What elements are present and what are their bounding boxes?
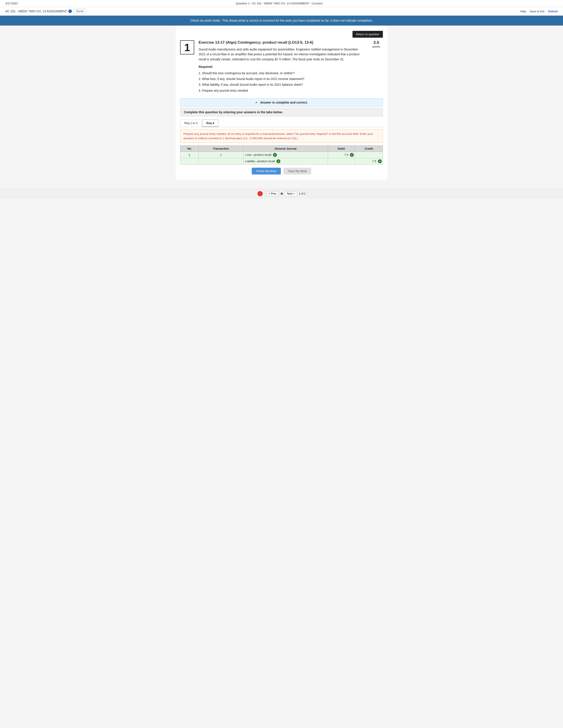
- submit-link[interactable]: Submit: [548, 10, 558, 13]
- save-exit-link[interactable]: Save & Exit: [530, 10, 544, 13]
- row2-transaction: [198, 158, 243, 165]
- prev-button[interactable]: < Prev: [266, 191, 279, 196]
- body-paragraph: Sound Audio manufactures and sells audio…: [198, 47, 365, 62]
- question-body-area: Exercise 13-17 (Algo) Contingency; produ…: [198, 40, 365, 94]
- help-link[interactable]: Help: [520, 10, 526, 13]
- req-2: 2. What loss, if any, should Sound Audio…: [198, 76, 365, 81]
- col-debit: Debit: [328, 146, 355, 152]
- tabs-row: Req 1 to 3 Req 4: [180, 119, 383, 127]
- required-label: Required:: [198, 64, 365, 69]
- req-1: 1. Should this loss contingency be accru…: [198, 71, 365, 76]
- complete-instruction-text: Complete this question by entering your …: [184, 110, 283, 114]
- row2-credit[interactable]: 7.5 ✔: [355, 158, 383, 165]
- page-count: 1 of 1: [299, 192, 306, 195]
- table-row: Liability—product recall ✔ 7.5 ✔: [180, 158, 383, 165]
- check-my-work-button[interactable]: Check My Work: [252, 168, 281, 175]
- header-actions: Help Save & Exit Submit: [520, 10, 558, 13]
- footer-bar: < Prev Next > 1 of 1: [0, 189, 563, 199]
- points-value: 2.5: [370, 40, 383, 45]
- req-4: 4. Prepare any journal entry needed.: [198, 88, 365, 93]
- row1-debit-check-icon: ✔: [350, 153, 354, 157]
- row2-account-check-icon: ✔: [276, 159, 280, 163]
- answer-status-text: Answer is complete and correct.: [260, 101, 308, 104]
- clear-my-work-button[interactable]: Clear My Work: [284, 168, 311, 175]
- question-body: Sound Audio manufactures and sells audio…: [198, 47, 365, 93]
- page-dot-active: [280, 193, 283, 195]
- browser-date: 3/17/2021: [5, 2, 18, 5]
- required-section: Required: 1. Should this loss contingenc…: [198, 64, 365, 93]
- notice-text: Check my work mode : This shows what is …: [190, 19, 373, 22]
- instruction-note-text: Prepare any journal entry needed. (If no…: [183, 132, 373, 140]
- page-indicator: [280, 193, 283, 195]
- tab-req-4[interactable]: Req 4: [202, 119, 218, 127]
- instruction-note: Prepare any journal entry needed. (If no…: [180, 129, 383, 143]
- row1-account-check-icon: ✔: [273, 153, 277, 157]
- footer-dot-icon: [257, 191, 263, 196]
- return-to-question-button[interactable]: Return to question: [353, 31, 383, 38]
- row1-no: 1: [180, 152, 198, 158]
- assignment-title: AC 331 - WEEK TWO CH. 13 ASSIGNMENT: [5, 9, 67, 13]
- notice-bar: Check my work mode : This shows what is …: [0, 16, 563, 26]
- col-general-journal: General Journal: [243, 146, 328, 152]
- browser-top-bar: 3/17/2021 Question 1 - AC 331 - WEEK TWO…: [0, 0, 563, 7]
- exercise-title: Exercise 13-17 (Algo) Contingency; produ…: [198, 40, 365, 45]
- main-content: Return to question 1 Exercise 13-17 (Alg…: [176, 26, 387, 180]
- question-header-row: Return to question: [180, 31, 383, 38]
- row2-credit-check-icon: ✔: [378, 159, 382, 163]
- header-bar: AC 331 - WEEK TWO CH. 13 ASSIGNMENT i Sa…: [0, 7, 563, 16]
- col-credit: Credit: [355, 146, 383, 152]
- footer-nav: < Prev Next > 1 of 1: [266, 191, 306, 196]
- saved-badge: Saved: [73, 9, 86, 14]
- row1-debit[interactable]: 7.5 ✔: [328, 152, 355, 158]
- answer-status-box: ✔ Answer is complete and correct.: [180, 98, 383, 107]
- points-label: points: [370, 45, 383, 48]
- browser-title: Question 1 - AC 331 - WEEK TWO CH. 13 AS…: [236, 2, 322, 5]
- tab-req-1-to-3[interactable]: Req 1 to 3: [180, 119, 202, 127]
- action-buttons-row: Check My Work Clear My Work: [180, 168, 383, 175]
- points-area: 2.5 points: [370, 40, 383, 48]
- col-no: No: [180, 146, 198, 152]
- row1-account[interactable]: Loss—product recall ✔: [243, 152, 328, 158]
- assignment-title-area: AC 331 - WEEK TWO CH. 13 ASSIGNMENT i Sa…: [5, 9, 86, 14]
- journal-table: No Transaction General Journal Debit Cre…: [180, 145, 383, 165]
- row1-credit[interactable]: [355, 152, 383, 158]
- question-number: 1: [184, 41, 190, 54]
- next-button[interactable]: Next >: [285, 191, 297, 196]
- question-number-row: 1 Exercise 13-17 (Algo) Contingency; pro…: [180, 40, 383, 94]
- complete-instruction-box: Complete this question by entering your …: [180, 108, 383, 116]
- req-3: 3. What liability, if any, should Sound …: [198, 82, 365, 87]
- row2-account[interactable]: Liability—product recall ✔: [243, 158, 328, 165]
- row2-no: [180, 158, 198, 165]
- answer-check-icon: ✔: [255, 101, 258, 104]
- row2-debit[interactable]: [328, 158, 355, 165]
- row1-transaction: 1: [198, 152, 243, 158]
- question-number-box: 1: [180, 40, 194, 54]
- requirements-list: 1. Should this loss contingency be accru…: [198, 71, 365, 93]
- col-transaction: Transaction: [198, 146, 243, 152]
- info-icon[interactable]: i: [68, 9, 72, 13]
- table-row: 1 1 Loss—product recall ✔ 7.5 ✔: [180, 152, 383, 158]
